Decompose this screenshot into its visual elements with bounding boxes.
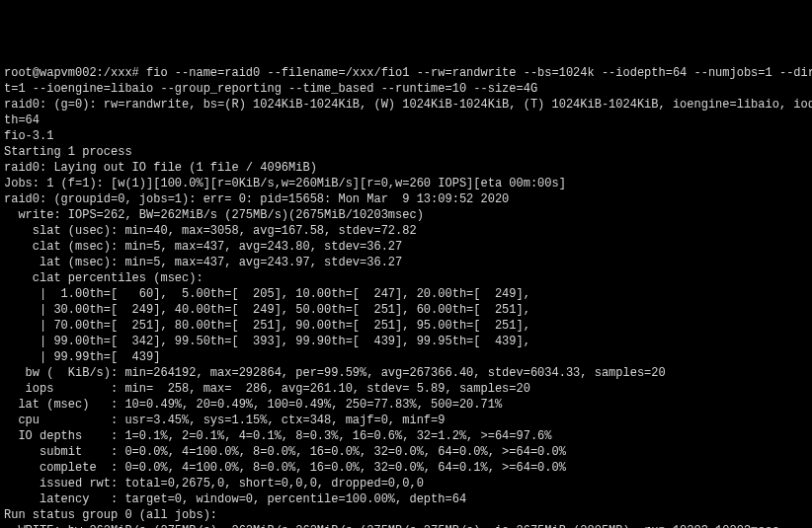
terminal-line: issued rwt: total=0,2675,0, short=0,0,0,…	[4, 476, 808, 491]
terminal-line: | 1.00th=[ 60], 5.00th=[ 205], 10.00th=[…	[4, 286, 808, 302]
terminal-line: clat (msec): min=5, max=437, avg=243.80,…	[4, 239, 808, 255]
terminal-line: fio-3.1	[4, 128, 808, 144]
terminal-line: Run status group 0 (all jobs):	[4, 507, 808, 523]
terminal-line: raid0: (g=0): rw=randwrite, bs=(R) 1024K…	[4, 97, 808, 113]
terminal-line: slat (usec): min=40, max=3058, avg=167.5…	[4, 223, 808, 239]
terminal-line: Starting 1 process	[4, 144, 808, 160]
terminal-line: raid0: Laying out IO file (1 file / 4096…	[4, 160, 808, 176]
terminal-line: | 99.00th=[ 342], 99.50th=[ 393], 99.90t…	[4, 334, 808, 349]
terminal-line: lat (msec) : 10=0.49%, 20=0.49%, 100=0.4…	[4, 397, 808, 413]
terminal-line: raid0: (groupid=0, jobs=1): err= 0: pid=…	[4, 191, 808, 207]
terminal-line: t=1 --ioengine=libaio --group_reporting …	[4, 81, 808, 97]
terminal-line: Jobs: 1 (f=1): [w(1)][100.0%][r=0KiB/s,w…	[4, 176, 808, 191]
terminal-line: submit : 0=0.0%, 4=100.0%, 8=0.0%, 16=0.…	[4, 444, 808, 460]
terminal-line: latency : target=0, window=0, percentile…	[4, 491, 808, 507]
terminal-line: | 99.99th=[ 439]	[4, 349, 808, 365]
terminal-line: | 30.00th=[ 249], 40.00th=[ 249], 50.00t…	[4, 302, 808, 318]
terminal-line: bw ( KiB/s): min=264192, max=292864, per…	[4, 365, 808, 381]
terminal-line: cpu : usr=3.45%, sys=1.15%, ctx=348, maj…	[4, 413, 808, 428]
terminal-line: clat percentiles (msec):	[4, 270, 808, 286]
terminal-line: th=64	[4, 113, 808, 128]
terminal-line: iops : min= 258, max= 286, avg=261.10, s…	[4, 381, 808, 397]
terminal-line: IO depths : 1=0.1%, 2=0.1%, 4=0.1%, 8=0.…	[4, 428, 808, 444]
terminal-line: complete : 0=0.0%, 4=100.0%, 8=0.0%, 16=…	[4, 460, 808, 476]
terminal-line: WRITE: bw=262MiB/s (275MB/s), 262MiB/s-2…	[4, 523, 808, 528]
terminal-line: lat (msec): min=5, max=437, avg=243.97, …	[4, 255, 808, 270]
terminal-line: write: IOPS=262, BW=262MiB/s (275MB/s)(2…	[4, 207, 808, 223]
terminal-line: root@wapvm002:/xxx# fio --name=raid0 --f…	[4, 65, 808, 81]
terminal-line: | 70.00th=[ 251], 80.00th=[ 251], 90.00t…	[4, 318, 808, 334]
